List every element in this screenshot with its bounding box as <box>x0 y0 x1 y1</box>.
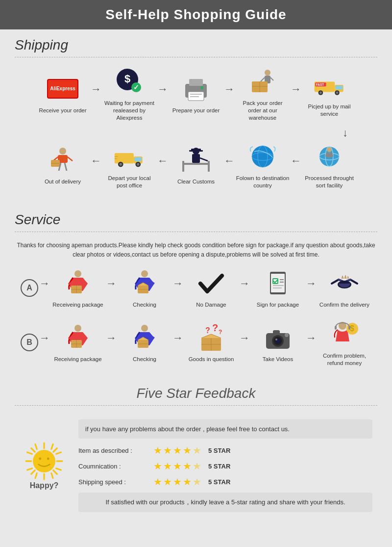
flow-item-payment: $ ✓ Waiting for payment realeased by Ali… <box>102 66 156 122</box>
feedback-divider <box>15 405 377 406</box>
svg-line-50 <box>200 158 208 161</box>
svg-point-98 <box>275 339 277 340</box>
svg-rect-36 <box>135 157 142 161</box>
feedback-section: Five Star Feedback <box>0 381 392 527</box>
service-label-b3: Goods in question <box>189 356 234 363</box>
svg-rect-48 <box>182 161 184 172</box>
service-item-b1: Receiving package <box>51 322 105 363</box>
svg-text:?: ? <box>205 326 210 335</box>
sort-facility-icon <box>312 141 347 172</box>
svg-point-122 <box>33 450 55 472</box>
feedback-title: Five Star Feedback <box>15 386 377 401</box>
rating-row-1: Item as described : ★ ★ ★ ★ ★ 5 STAR <box>78 444 372 456</box>
rating-label-1: Item as described : <box>78 447 149 454</box>
refund-icon: $ <box>327 318 362 350</box>
printer-icon <box>178 74 214 104</box>
flow-label-depart: Depart your local post office <box>102 175 156 189</box>
svg-point-38 <box>120 163 122 165</box>
hero-checking-icon <box>127 267 162 299</box>
svg-line-115 <box>51 444 53 449</box>
service-title: Service <box>15 212 377 228</box>
svg-line-117 <box>27 469 32 470</box>
svg-line-29 <box>68 157 73 161</box>
stars-1: ★ ★ ★ ★ ★ <box>153 444 201 456</box>
service-row-b: B → Receiving package → <box>15 318 377 367</box>
flow-label-prepare: Prepare your order <box>172 107 220 114</box>
svg-line-33 <box>65 163 67 171</box>
arrow-left-3: ← <box>224 155 235 176</box>
arrow-a4: → <box>306 277 317 299</box>
feedback-bottom-note: If satisfied with our products，kindly le… <box>78 493 372 512</box>
arrow-b4: → <box>306 332 317 353</box>
svg-line-112 <box>53 448 57 452</box>
arrow-left-4: ← <box>291 155 301 176</box>
customs-icon <box>178 145 214 175</box>
service-item-a4: Sign for package <box>251 267 305 309</box>
stars-3: ★ ★ ★ ★ ★ <box>153 476 201 488</box>
stars-2: ★ ★ ★ ★ ★ <box>153 460 201 472</box>
svg-point-40 <box>137 163 139 165</box>
svg-rect-45 <box>189 150 203 152</box>
feedback-content: Happy? if you have any problems about th… <box>15 415 377 517</box>
svg-line-12 <box>261 78 265 81</box>
svg-rect-34 <box>115 153 134 163</box>
service-item-b5: $ Confirm problem, refund money <box>318 318 371 367</box>
star-3-1: ★ <box>153 476 162 488</box>
svg-text:?: ? <box>219 329 222 336</box>
service-label-b2: Checking <box>133 356 156 363</box>
flow-item-pack: Pack your order order at our warehouse <box>236 66 290 122</box>
star-1-4: ★ <box>183 444 192 456</box>
arrow-1: → <box>91 83 101 104</box>
svg-line-119 <box>56 469 61 470</box>
svg-point-57 <box>327 147 332 152</box>
flow-item-prepare: Prepare your order <box>169 74 223 114</box>
rating-label-2: Coumnication : <box>78 463 149 470</box>
fast-truck-icon: FAST <box>312 70 347 100</box>
flow-item-sort: Processed throught sort facility <box>302 141 356 189</box>
star-2-5: ★ <box>193 460 201 472</box>
flow-label-mail: Picjed up by mail service <box>302 103 356 118</box>
flow-item-outdelivery: Out of delivery <box>36 145 90 185</box>
yellow-truck-icon <box>112 141 147 172</box>
star-3-3: ★ <box>173 476 182 488</box>
star-count-3: 5 STAR <box>208 478 230 486</box>
camera-icon <box>261 322 295 354</box>
flow-item-globe: Folown to destination country <box>236 141 290 189</box>
arrow-left-2: ← <box>157 155 168 176</box>
star-2-2: ★ <box>163 460 172 472</box>
hero-checking-b-icon <box>127 322 162 354</box>
shipping-section: Shipping AliExpress Receive your order →… <box>0 29 392 204</box>
svg-text:✓: ✓ <box>133 83 139 91</box>
svg-rect-19 <box>336 86 343 90</box>
arrow-left-1: ← <box>91 155 101 176</box>
flow-label-outdelivery: Out of delivery <box>45 178 81 185</box>
shipping-title: Shipping <box>15 37 377 53</box>
svg-point-58 <box>74 270 81 277</box>
svg-point-77 <box>74 325 81 332</box>
svg-line-13 <box>270 78 273 80</box>
service-divider <box>15 232 377 232</box>
service-item-b4: Take Videos <box>251 322 305 363</box>
svg-line-118 <box>56 452 61 454</box>
svg-point-100 <box>285 333 289 337</box>
star-1-3: ★ <box>173 444 182 456</box>
svg-line-111 <box>53 470 57 474</box>
star-2-3: ★ <box>173 460 182 472</box>
svg-text:?: ? <box>212 323 218 333</box>
flow-label-receive: Receive your order <box>39 107 86 114</box>
service-label-a4: Sign for package <box>257 301 299 309</box>
svg-rect-46 <box>192 154 200 163</box>
flow-label-pack: Pack your order order at our warehouse <box>236 100 290 122</box>
arrow-b1: → <box>106 332 117 353</box>
svg-point-123 <box>39 458 41 460</box>
service-item-b3: ? ? ? Goods in question <box>184 322 238 363</box>
arrow-a1: → <box>106 277 117 299</box>
svg-point-21 <box>319 92 322 94</box>
service-label-a2: Checking <box>133 301 156 309</box>
label-a: A <box>21 279 38 297</box>
star-count-1: 5 STAR <box>208 447 230 454</box>
question-box-icon: ? ? ? <box>194 322 228 354</box>
service-label-a5: Confirm the delivery <box>319 301 369 309</box>
feedback-note: if you have any problems about the order… <box>78 419 372 439</box>
svg-point-124 <box>47 458 49 460</box>
